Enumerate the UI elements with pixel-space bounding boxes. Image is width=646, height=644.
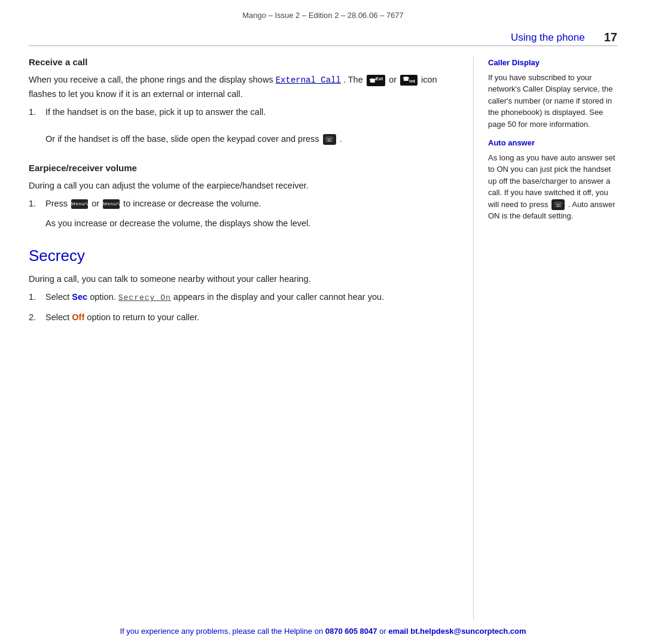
body-text-1: When you receive a call, the phone rings… <box>29 75 273 84</box>
earpiece-body: During a call you can adjust the volume … <box>29 179 456 192</box>
int-label: ☎Int <box>403 75 415 85</box>
page-number: 17 <box>604 31 617 44</box>
page: Mango – Issue 2 – Edition 2 – 28.06.06 –… <box>0 0 646 644</box>
vol-up-icon: Menu/Vol <box>71 199 88 209</box>
main-content: Receive a call When you receive a call, … <box>0 57 646 621</box>
right-column: Caller Display If you have subscribed to… <box>474 57 617 621</box>
earpiece-step-2: As you increase or decrease the volume, … <box>29 217 456 230</box>
or-text: or <box>389 75 399 84</box>
off-bold: Off <box>72 312 84 322</box>
left-column: Receive a call When you receive a call, … <box>29 57 474 621</box>
call-button-icon: ☏ <box>323 134 336 145</box>
auto-answer-heading: Auto answer <box>488 137 617 149</box>
earpiece-step2-content: As you increase or decrease the volume, … <box>45 217 456 230</box>
earpiece-step1-content: Press Menu/Vol or Menu/Vol to increase o… <box>45 197 456 210</box>
receive-call-section: Receive a call When you receive a call, … <box>29 57 456 146</box>
footer-text: If you experience any problems, please c… <box>120 627 323 636</box>
receive-steps: 1. If the handset is on the base, pick i… <box>29 105 456 145</box>
caller-display-text: If you have subscribed to your network's… <box>488 72 617 130</box>
auto-answer-text: As long as you have auto answer set to O… <box>488 152 617 222</box>
secrecy-step-1: 1. Select Sec option. Secrecy On appears… <box>29 290 456 304</box>
ext-label: ☎Ext <box>369 75 383 86</box>
earpiece-steps: 1. Press Menu/Vol or Menu/Vol to increas… <box>29 197 456 230</box>
body-text-2: . The <box>343 75 363 84</box>
secrecy-step1-content: Select Sec option. Secrecy On appears in… <box>45 290 456 304</box>
external-call-text: External Call <box>276 75 341 85</box>
earpiece-section: Earpiece/receiver volume During a call y… <box>29 163 456 230</box>
caller-display-heading: Caller Display <box>488 57 617 69</box>
footer-email-label: email <box>388 627 408 636</box>
chapter-title: Using the phone <box>511 32 585 44</box>
sec-bold: Sec <box>72 292 87 302</box>
ext-icon: ☎Ext <box>367 75 385 86</box>
earpiece-step-1: 1. Press Menu/Vol or Menu/Vol to increas… <box>29 197 456 210</box>
footer-email: bt.helpdesk@suncorptech.com <box>410 627 526 636</box>
footer: If you experience any problems, please c… <box>0 621 646 644</box>
receive-step-1: 1. If the handset is on the base, pick i… <box>29 105 456 145</box>
earpiece-heading: Earpiece/receiver volume <box>29 163 456 173</box>
receive-call-heading: Receive a call <box>29 57 456 67</box>
secrecy-heading: Secrecy <box>29 247 456 265</box>
footer-or: or <box>379 627 386 636</box>
step1a-text: If the handset is on the base, pick it u… <box>45 105 456 145</box>
document-header: Mango – Issue 2 – Edition 2 – 28.06.06 –… <box>0 0 646 26</box>
period: . <box>340 134 342 144</box>
footer-phone: 0870 605 8047 <box>325 627 377 636</box>
chapter-bar: Using the phone 17 <box>0 26 646 44</box>
secrecy-on-display: Secrecy On <box>118 293 171 302</box>
secrecy-step-2: 2. Select Off option to return to your c… <box>29 311 456 324</box>
secrecy-section: Secrecy During a call, you can talk to s… <box>29 247 456 324</box>
secrecy-step2-content: Select Off option to return to your call… <box>45 311 456 324</box>
top-divider <box>29 45 617 46</box>
meta-info: Mango – Issue 2 – Edition 2 – 28.06.06 –… <box>242 11 404 20</box>
secrecy-steps: 1. Select Sec option. Secrecy On appears… <box>29 290 456 324</box>
int-icon: ☎Int <box>400 75 418 86</box>
receive-call-body: When you receive a call, the phone rings… <box>29 73 456 101</box>
vol-down-icon: Menu/Vol <box>103 199 120 209</box>
secrecy-body: During a call, you can talk to someone n… <box>29 272 456 285</box>
auto-answer-phone-icon: ☏ <box>551 199 565 210</box>
